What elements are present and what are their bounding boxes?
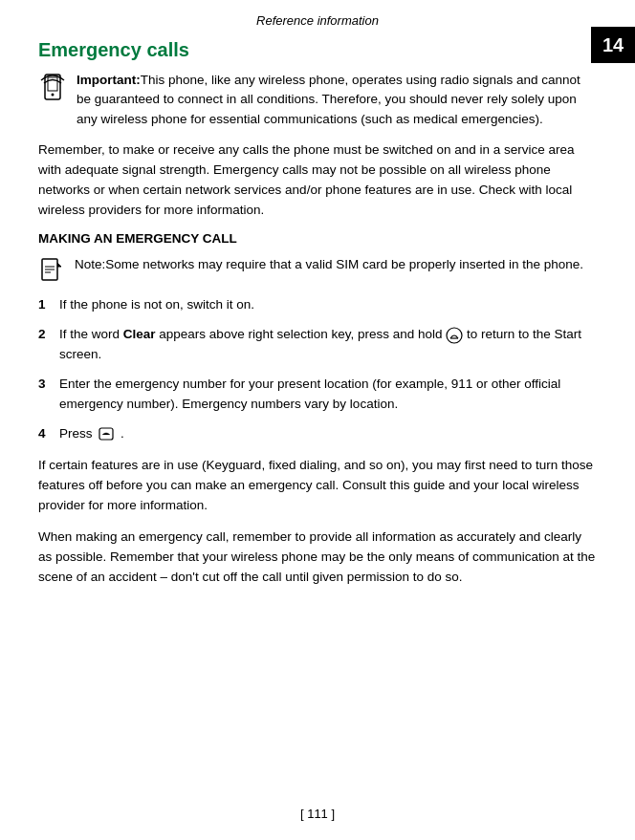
paragraph-1: Remember, to make or receive any calls t…	[38, 140, 597, 221]
step-1-text: If the phone is not on, switch it on.	[59, 295, 597, 315]
step-2-bold: Clear	[123, 327, 156, 341]
chapter-number: 14	[602, 34, 624, 56]
header-title: Reference information	[256, 13, 379, 28]
svg-point-2	[52, 94, 55, 97]
step-2-content: If the word Clear appears above right se…	[59, 325, 597, 365]
subsection-title: MAKING AN EMERGENCY CALL	[38, 231, 597, 246]
step-3-num: 3	[38, 375, 52, 395]
step-1: 1 If the phone is not on, switch it on.	[38, 295, 597, 315]
step-2-num: 2	[38, 325, 52, 345]
important-label: Important:	[77, 73, 141, 87]
note-body: Some networks may require that a valid S…	[105, 257, 583, 271]
step-4-text-after: .	[120, 426, 124, 441]
note-box: Note:Some networks may require that a va…	[38, 255, 597, 284]
note-icon	[38, 257, 65, 284]
chapter-badge: 14	[591, 27, 635, 63]
note-label: Note:	[75, 257, 105, 271]
page-container: Reference information 14 Emergency calls…	[0, 0, 635, 840]
important-text: Important:This phone, like any wireless …	[77, 71, 597, 129]
paragraph-3: When making an emergency call, remember …	[38, 528, 597, 588]
section-title: Emergency calls	[38, 39, 597, 61]
paragraph-2: If certain features are in use (Keyguard…	[38, 456, 597, 516]
steps-list: 1 If the phone is not on, switch it on. …	[38, 295, 597, 444]
step-3-text: Enter the emergency number for your pres…	[59, 375, 597, 415]
step-2: 2 If the word Clear appears above right …	[38, 325, 597, 365]
step-3: 3 Enter the emergency number for your pr…	[38, 375, 597, 415]
end-key-icon	[446, 327, 463, 344]
page-header: Reference information	[38, 10, 597, 28]
step-4-text-before: Press	[59, 426, 93, 441]
step-4: 4 Press .	[38, 424, 597, 444]
important-body: This phone, like any wireless phone, ope…	[77, 73, 580, 126]
step-2-text-before: If the word	[59, 327, 123, 341]
note-text: Note:Some networks may require that a va…	[75, 255, 583, 274]
step-1-num: 1	[38, 295, 52, 315]
step-4-num: 4	[38, 424, 52, 444]
important-box: Important:This phone, like any wireless …	[38, 71, 597, 129]
step-4-content: Press .	[59, 424, 597, 444]
page-footer: [ 111 ]	[0, 807, 635, 821]
send-key-icon	[98, 425, 115, 442]
step-2-text-after: appears above right selection key, press…	[156, 327, 443, 341]
phone-icon	[38, 73, 67, 101]
page-number: [ 111 ]	[300, 807, 335, 821]
